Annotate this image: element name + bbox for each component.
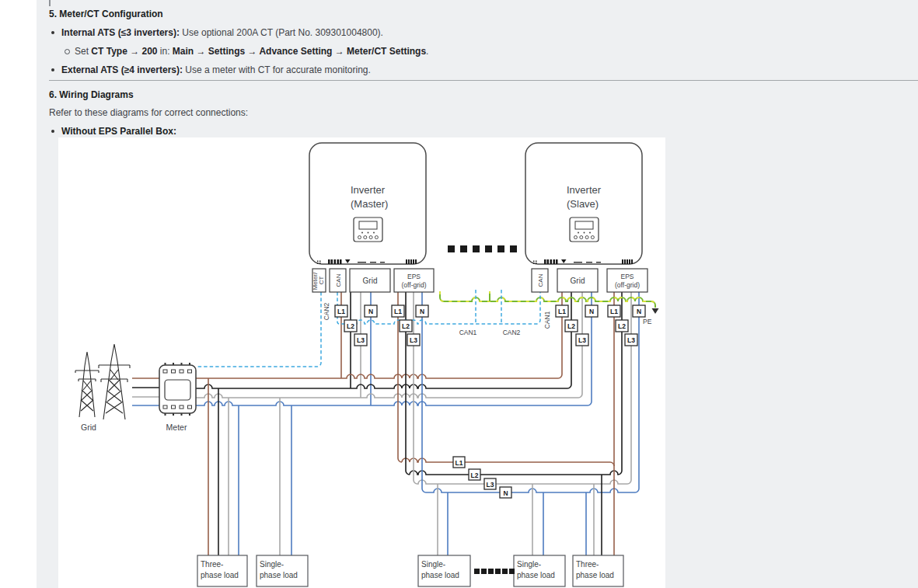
eps-bus-l3: [417, 480, 631, 484]
can-terminal-label: CAN: [537, 273, 544, 287]
load-label: phase load: [576, 571, 614, 579]
can1-mid-label: CAN1: [459, 329, 477, 336]
master-terminals: Meter/ CT CAN Grid EPS (off-grid): [312, 269, 435, 292]
meter-icon: [159, 363, 196, 416]
inverter-display-icon: [570, 217, 599, 242]
eps-terminal-label-1: EPS: [407, 273, 421, 280]
load-three-phase-2: Three- phase load: [573, 555, 623, 586]
grid-bus-l3: [196, 394, 582, 398]
grid-towers-icon: [75, 344, 130, 419]
section5-heading: 5. Meter/CT Configuration: [49, 9, 163, 19]
wire-label-l3: L3: [357, 336, 365, 344]
wire-label-l1: L1: [337, 308, 345, 315]
load-label: phase load: [260, 571, 298, 579]
eps-terminal-label-1: EPS: [620, 273, 634, 280]
inverter-display-icon: [354, 217, 382, 242]
bullet-marker: [51, 68, 54, 71]
section6-intro: Refer to these diagrams for correct conn…: [49, 107, 248, 118]
sub-mid: in:: [158, 46, 173, 57]
pe-wire: [440, 291, 659, 314]
load-label: Single-: [517, 560, 541, 569]
load-label: phase load: [517, 571, 555, 579]
wire-label-n: N: [420, 308, 424, 315]
pe-ground-icon: [652, 308, 659, 314]
inverter-master-label-2: (Master): [351, 198, 388, 210]
inverter-slave-box: Inverter (Slave): [525, 143, 642, 264]
wire-label-l1: L1: [558, 308, 566, 315]
wiring-diagram: Inverter (Master) Inverter (Slave): [58, 137, 665, 588]
text-cursor-artifact: [49, 0, 51, 6]
wire-label-l2: L2: [402, 322, 410, 330]
bus-label-l1: L1: [456, 459, 463, 467]
wire-label-n: N: [637, 308, 641, 315]
section6-heading: 6. Wiring Diagrams: [49, 89, 134, 100]
bullet-internal-ats: Internal ATS (≤3 inverters): Use optiona…: [61, 27, 383, 38]
can1-vertical-label: CAN1: [543, 311, 551, 329]
grid-bus-bars: [196, 374, 592, 405]
bus-label-n: N: [503, 489, 508, 497]
wire-label-l1: L1: [610, 308, 618, 315]
wire-label-l2: L2: [347, 322, 354, 330]
wiring-diagram-svg: Inverter (Master) Inverter (Slave): [58, 137, 665, 588]
bullet-external-ats-bold: External ATS (≥4 inverters):: [61, 64, 183, 75]
sub-bold1: CT Type → 200: [91, 46, 157, 57]
pe-label: PE: [643, 318, 652, 325]
wire-label-l3: L3: [578, 336, 586, 344]
load-label: Single-: [421, 560, 445, 569]
sub-bullet-marker: [65, 49, 70, 54]
inverter-slave-label-2: (Slave): [567, 198, 599, 210]
wire-label-l1: L1: [394, 308, 402, 315]
meter-caption: Meter: [166, 423, 187, 432]
can2-mid-label: CAN2: [503, 329, 521, 336]
continuation-dots-loads: [474, 569, 515, 574]
wire-label-l3: L3: [627, 336, 635, 344]
page-left-margin: [0, 0, 37, 588]
document-page: 5. Meter/CT Configuration Internal ATS (…: [0, 0, 918, 588]
bullet-internal-ats-bold: Internal ATS (≤3 inverters):: [61, 27, 180, 38]
bullet-without-eps: Without EPS Parallel Box:: [61, 126, 176, 137]
sub-post: .: [426, 46, 428, 57]
wire-label-n: N: [368, 308, 373, 315]
can-terminal-label: CAN: [335, 273, 342, 287]
continuation-dots-inverters: [448, 245, 517, 252]
grid-bus-l1: [196, 374, 562, 378]
grid-caption: Grid: [81, 423, 96, 432]
inverter-slave-label-1: Inverter: [567, 184, 602, 196]
wire-label-l2: L2: [618, 322, 626, 330]
eps-bus-l1: [402, 458, 614, 466]
bus-label-l2: L2: [471, 471, 479, 479]
bullet-external-ats-rest: Use a meter with CT for accurate monitor…: [183, 64, 371, 75]
load-boxes: Three- phase load Single- phase load Sin…: [197, 555, 623, 586]
can-meter-link: [196, 292, 321, 367]
load-label: Single-: [260, 560, 284, 569]
wire-label-l3: L3: [410, 336, 417, 344]
wire-label-boxes: L1 L2 L3 N L1 L2 L3 N L1 L2 L3 N L1 L2 L…: [335, 305, 645, 498]
wire-label-l2: L2: [567, 322, 575, 330]
grid-bus-n: [196, 402, 592, 405]
grid-terminal-label: Grid: [363, 277, 378, 285]
sub-bullet-ct-type: Set CT Type → 200 in: Main → Settings → …: [75, 46, 428, 57]
eps-bus-l2: [410, 471, 622, 475]
bus-label-l3: L3: [487, 481, 494, 489]
inverter-master-box: Inverter (Master): [309, 143, 426, 264]
load-three-phase-1: Three- phase load: [197, 555, 247, 586]
can2-vertical-label: CAN2: [323, 302, 330, 320]
slave-terminals: CAN Grid EPS (off-grid): [532, 269, 647, 292]
bullet-internal-ats-rest: Use optional 200A CT (Part No. 309301004…: [180, 27, 383, 38]
bullet-external-ats: External ATS (≥4 inverters): Use a meter…: [61, 64, 371, 75]
grid-terminal-label: Grid: [571, 277, 585, 285]
section-divider: [49, 80, 918, 81]
load-label: phase load: [421, 571, 459, 579]
load-label: Three-: [576, 560, 599, 569]
eps-terminal-label-2: (off-grid): [402, 281, 427, 289]
eps-bus-bars: [398, 292, 639, 492]
grid-bus-l2: [196, 384, 571, 388]
eps-terminal-label-2: (off-grid): [615, 281, 640, 289]
eps-load-drops: [438, 475, 602, 555]
load-single-phase-3: Single- phase load: [514, 555, 565, 586]
bullet-marker: [51, 31, 54, 34]
inverter-master-label-1: Inverter: [351, 184, 386, 196]
meter-left-wires: [132, 378, 159, 405]
load-single-phase-2: Single- phase load: [418, 555, 470, 586]
sub-bold2: Main → Settings → Advance Setting → Mete…: [173, 46, 426, 57]
